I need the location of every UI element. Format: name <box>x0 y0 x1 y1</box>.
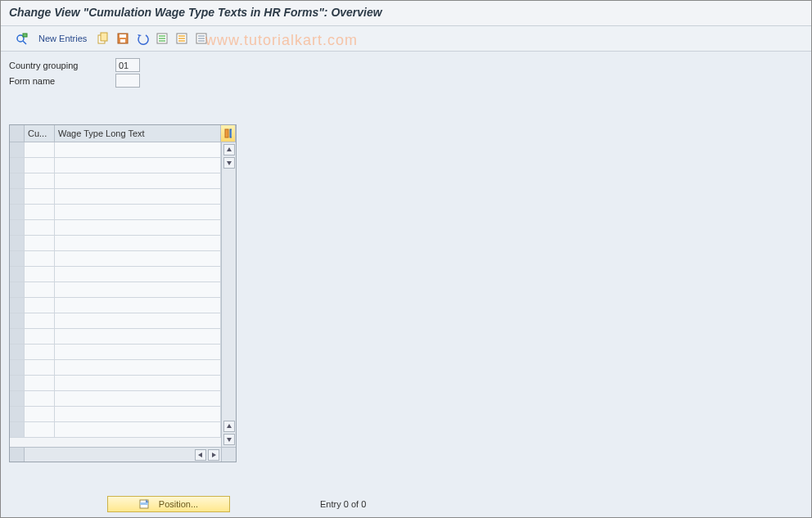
cell-wagetype[interactable] <box>55 205 221 219</box>
save-icon[interactable] <box>115 30 131 47</box>
deselect-icon[interactable] <box>174 30 190 47</box>
cell-cumulation[interactable] <box>25 158 55 173</box>
toggle-view-icon[interactable] <box>14 30 30 47</box>
scroll-down-icon[interactable] <box>223 434 235 445</box>
row-selector[interactable] <box>10 376 25 390</box>
cell-cumulation[interactable] <box>25 189 55 204</box>
table-row[interactable] <box>10 282 221 298</box>
row-selector[interactable] <box>10 267 25 282</box>
cell-cumulation[interactable] <box>25 173 55 188</box>
table-row[interactable] <box>10 391 221 407</box>
cell-wagetype[interactable] <box>55 173 221 188</box>
cell-wagetype[interactable] <box>55 376 221 390</box>
row-selector[interactable] <box>10 220 25 235</box>
new-entries-button[interactable]: New Entries <box>34 30 92 47</box>
scroll-up-small-icon[interactable] <box>223 421 235 432</box>
row-selector[interactable] <box>10 142 25 157</box>
cell-cumulation[interactable] <box>25 345 55 359</box>
cell-cumulation[interactable] <box>25 205 55 219</box>
table-row[interactable] <box>10 313 221 329</box>
row-selector[interactable] <box>10 173 25 188</box>
row-selector[interactable] <box>10 189 25 204</box>
cell-cumulation[interactable] <box>25 313 55 328</box>
cell-cumulation[interactable] <box>25 236 55 250</box>
table-row[interactable] <box>10 422 221 438</box>
vertical-scrollbar[interactable] <box>221 142 236 447</box>
row-selector[interactable] <box>10 391 25 406</box>
table-row[interactable] <box>10 189 221 205</box>
row-selector[interactable] <box>10 298 25 313</box>
cell-cumulation[interactable] <box>25 360 55 375</box>
table-row[interactable] <box>10 251 221 267</box>
cell-cumulation[interactable] <box>25 422 55 437</box>
cell-cumulation[interactable] <box>25 376 55 390</box>
cell-wagetype[interactable] <box>55 360 221 375</box>
grid-configure-icon[interactable] <box>221 125 236 142</box>
table-row[interactable] <box>10 220 221 236</box>
grid-col-wagetype[interactable]: Wage Type Long Text <box>55 125 221 142</box>
cell-cumulation[interactable] <box>25 251 55 266</box>
country-grouping-field[interactable] <box>115 58 140 72</box>
table-row[interactable] <box>10 205 221 220</box>
table-row[interactable] <box>10 173 221 189</box>
scroll-up-icon[interactable] <box>223 144 235 155</box>
copy-icon[interactable] <box>95 30 111 47</box>
cell-wagetype[interactable] <box>55 267 221 282</box>
scroll-left-icon[interactable] <box>195 449 206 461</box>
cell-cumulation[interactable] <box>25 407 55 421</box>
table-row[interactable] <box>10 236 221 251</box>
horizontal-scrollbar[interactable] <box>25 448 221 462</box>
row-selector[interactable] <box>10 205 25 219</box>
table-row[interactable] <box>10 329 221 345</box>
row-selector[interactable] <box>10 158 25 173</box>
scroll-right-icon[interactable] <box>208 449 219 461</box>
cell-cumulation[interactable] <box>25 298 55 313</box>
cell-wagetype[interactable] <box>55 298 221 313</box>
cell-wagetype[interactable] <box>55 251 221 266</box>
row-selector[interactable] <box>10 236 25 250</box>
table-row[interactable] <box>10 345 221 360</box>
row-selector[interactable] <box>10 282 25 297</box>
cell-wagetype[interactable] <box>55 422 221 437</box>
cell-wagetype[interactable] <box>55 329 221 344</box>
undo-icon[interactable] <box>134 30 151 47</box>
table-row[interactable] <box>10 142 221 158</box>
table-row[interactable] <box>10 360 221 376</box>
cell-cumulation[interactable] <box>25 329 55 344</box>
cell-cumulation[interactable] <box>25 267 55 282</box>
scroll-down-small-icon[interactable] <box>223 157 235 169</box>
row-selector[interactable] <box>10 313 25 328</box>
cell-wagetype[interactable] <box>55 220 221 235</box>
cell-wagetype[interactable] <box>55 282 221 297</box>
cell-wagetype[interactable] <box>55 189 221 204</box>
svg-rect-1 <box>23 34 27 37</box>
cell-cumulation[interactable] <box>25 220 55 235</box>
cell-cumulation[interactable] <box>25 391 55 406</box>
row-selector[interactable] <box>10 345 25 359</box>
table-row[interactable] <box>10 158 221 173</box>
cell-wagetype[interactable] <box>55 236 221 250</box>
row-selector[interactable] <box>10 360 25 375</box>
grid-col-cumulation[interactable]: Cu... <box>25 125 55 142</box>
cell-wagetype[interactable] <box>55 158 221 173</box>
cell-cumulation[interactable] <box>25 282 55 297</box>
form-name-field[interactable] <box>115 74 140 88</box>
table-row[interactable] <box>10 407 221 422</box>
cell-wagetype[interactable] <box>55 142 221 157</box>
position-button[interactable]: Position... <box>107 496 230 512</box>
grid-select-all[interactable] <box>10 125 25 142</box>
cell-wagetype[interactable] <box>55 313 221 328</box>
cell-wagetype[interactable] <box>55 345 221 359</box>
cell-wagetype[interactable] <box>55 407 221 421</box>
row-selector[interactable] <box>10 251 25 266</box>
select-all-icon[interactable] <box>154 30 170 47</box>
row-selector[interactable] <box>10 407 25 421</box>
row-selector[interactable] <box>10 422 25 437</box>
table-row[interactable] <box>10 376 221 391</box>
cell-cumulation[interactable] <box>25 142 55 157</box>
table-row[interactable] <box>10 267 221 282</box>
cell-wagetype[interactable] <box>55 391 221 406</box>
delimit-icon[interactable] <box>193 30 210 47</box>
table-row[interactable] <box>10 298 221 313</box>
row-selector[interactable] <box>10 329 25 344</box>
